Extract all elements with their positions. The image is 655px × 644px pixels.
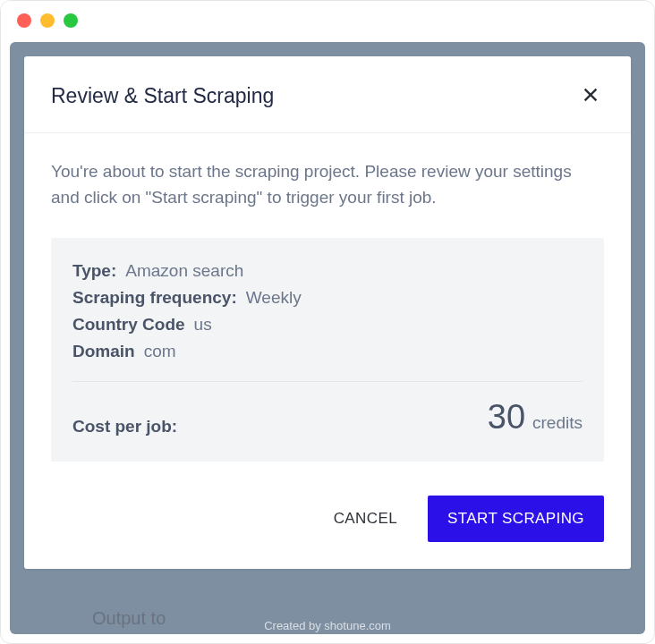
app-background: Output to Review & Start Scraping You're… (10, 42, 645, 634)
type-label: Type: (72, 261, 116, 281)
window-titlebar (1, 1, 654, 40)
domain-label: Domain (72, 342, 135, 361)
window-close-button[interactable] (17, 13, 31, 28)
type-row: Type: Amazon search (72, 258, 583, 284)
cancel-button[interactable]: CANCEL (334, 510, 397, 528)
country-row: Country Code us (72, 311, 583, 338)
type-value: Amazon search (125, 261, 243, 281)
review-summary-box: Type: Amazon search Scraping frequency: … (51, 238, 604, 462)
modal-header: Review & Start Scraping (24, 56, 631, 133)
cost-value-group: 30 credits (488, 398, 583, 436)
window-minimize-button[interactable] (40, 13, 55, 28)
frequency-label: Scraping frequency: (72, 288, 237, 308)
country-value: us (194, 315, 212, 335)
frequency-value: Weekly (246, 288, 302, 308)
cost-label: Cost per job: (72, 417, 177, 436)
frequency-row: Scraping frequency: Weekly (72, 284, 583, 311)
start-scraping-button[interactable]: START SCRAPING (428, 496, 604, 542)
domain-value: com (144, 342, 176, 361)
cost-number: 30 (488, 398, 525, 436)
modal-body: You're about to start the scraping proje… (24, 133, 631, 470)
browser-window: Output to Review & Start Scraping You're… (0, 0, 655, 644)
divider (72, 381, 583, 382)
close-button[interactable] (577, 81, 604, 111)
modal-footer: CANCEL START SCRAPING (24, 470, 631, 569)
cost-row: Cost per job: 30 credits (72, 398, 583, 436)
country-label: Country Code (72, 315, 185, 335)
cost-unit: credits (532, 413, 583, 433)
close-icon (581, 85, 600, 105)
review-modal: Review & Start Scraping You're about to … (24, 56, 631, 569)
modal-intro-text: You're about to start the scraping proje… (51, 158, 604, 211)
watermark-text: Created by shotune.com (10, 619, 645, 632)
window-maximize-button[interactable] (64, 13, 78, 28)
domain-row: Domain com (72, 338, 583, 365)
modal-title: Review & Start Scraping (51, 84, 274, 108)
